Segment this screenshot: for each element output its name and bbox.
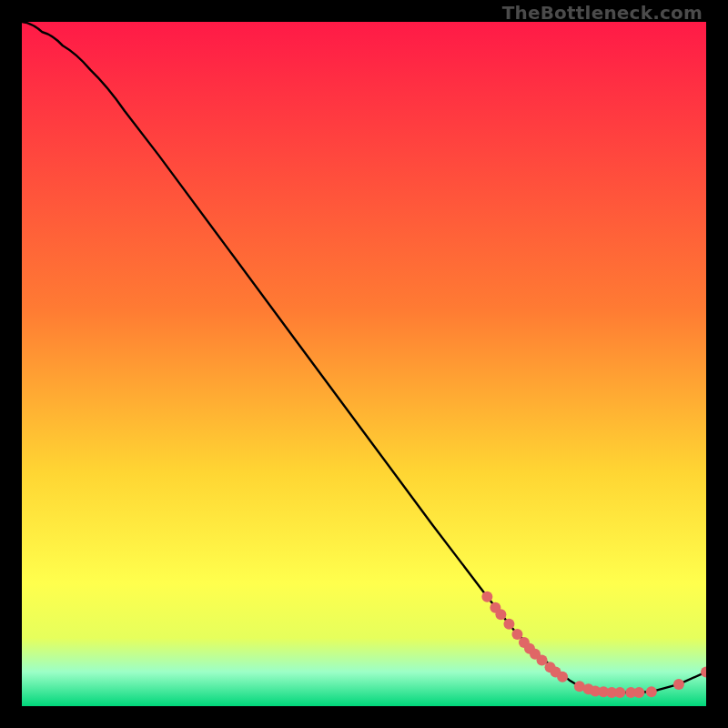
watermark-text: TheBottleneck.com	[502, 4, 703, 22]
data-marker	[481, 592, 492, 602]
data-marker	[633, 687, 644, 698]
data-marker	[673, 679, 684, 690]
data-marker	[646, 686, 657, 697]
data-marker	[557, 672, 568, 682]
bottleneck-chart	[22, 22, 706, 706]
data-marker	[495, 609, 506, 620]
data-marker	[503, 619, 514, 630]
gradient-background	[22, 22, 706, 706]
chart-stage: TheBottleneck.com	[0, 0, 728, 728]
data-marker	[614, 687, 625, 698]
